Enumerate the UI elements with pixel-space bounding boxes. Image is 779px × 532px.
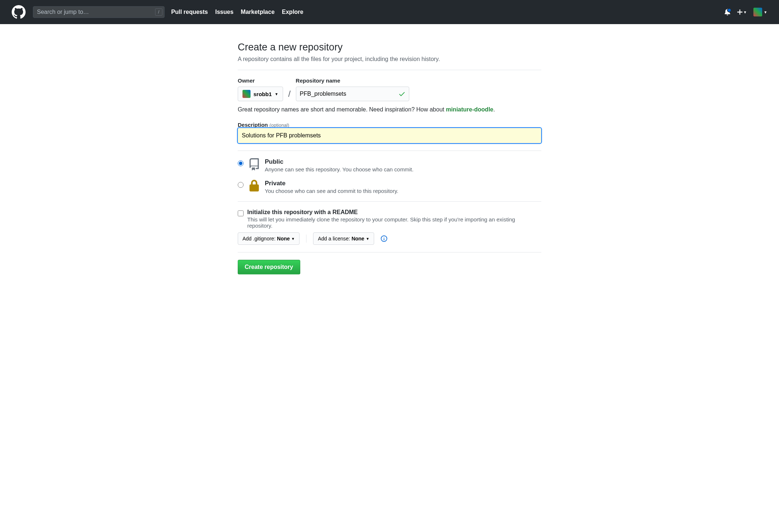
readme-row: Initialize this repository with a README…: [238, 209, 541, 229]
slash-separator: /: [287, 89, 292, 101]
lock-icon: [248, 180, 260, 192]
owner-value: srobb1: [253, 91, 272, 97]
public-desc: Anyone can see this repository. You choo…: [265, 166, 414, 172]
search-input[interactable]: [33, 6, 165, 18]
readme-title: Initialize this repository with a README: [247, 209, 541, 216]
page-subtitle: A repository contains all the files for …: [238, 56, 541, 62]
nav-pull-requests[interactable]: Pull requests: [171, 9, 208, 15]
owner-select[interactable]: srobb1 ▼: [238, 87, 283, 101]
github-logo-icon[interactable]: [12, 5, 26, 19]
notifications-button[interactable]: [724, 9, 731, 15]
header-right: ▼ ▼: [724, 8, 767, 16]
divider: [238, 252, 541, 252]
user-menu[interactable]: ▼: [753, 8, 767, 16]
check-icon: [398, 90, 406, 98]
visibility-private-radio[interactable]: [238, 182, 244, 188]
plus-icon: [737, 10, 742, 15]
caret-down-icon: ▼: [366, 237, 369, 241]
divider: [238, 151, 541, 151]
notification-dot: [727, 8, 731, 12]
suggested-name[interactable]: miniature-doodle: [446, 106, 493, 113]
visibility-private-row: Private You choose who can see and commi…: [238, 180, 541, 194]
main-content: Create a new repository A repository con…: [230, 24, 549, 292]
create-new-menu[interactable]: ▼: [737, 10, 747, 15]
owner-repo-row: Owner srobb1 ▼ / Repository name: [238, 77, 541, 101]
svg-point-2: [384, 237, 384, 238]
private-title: Private: [265, 180, 398, 187]
primary-nav: Pull requests Issues Marketplace Explore: [171, 9, 303, 15]
avatar: [753, 8, 762, 16]
caret-down-icon: ▼: [743, 10, 747, 14]
search-wrap: /: [33, 6, 165, 18]
owner-label: Owner: [238, 77, 283, 84]
separator: [306, 235, 306, 243]
readme-desc: This will let you immediately clone the …: [247, 216, 541, 229]
description-input[interactable]: [238, 128, 541, 143]
divider: [238, 201, 541, 202]
caret-down-icon: ▼: [764, 10, 767, 14]
extras-row: Add .gitignore: None ▼ Add a license: No…: [238, 232, 541, 245]
public-title: Public: [265, 158, 414, 166]
repo-icon: [248, 158, 260, 171]
reponame-hint: Great repository names are short and mem…: [238, 106, 541, 113]
info-icon[interactable]: [381, 235, 387, 242]
global-header: / Pull requests Issues Marketplace Explo…: [0, 0, 779, 24]
private-desc: You choose who can see and commit to thi…: [265, 188, 398, 194]
nav-explore[interactable]: Explore: [282, 9, 304, 15]
nav-issues[interactable]: Issues: [215, 9, 233, 15]
readme-checkbox[interactable]: [238, 210, 244, 216]
visibility-public-radio[interactable]: [238, 160, 244, 166]
divider: [238, 70, 541, 70]
search-hotkey-badge: /: [155, 8, 162, 16]
description-label: Description (optional): [238, 122, 289, 128]
owner-avatar: [242, 90, 251, 98]
create-repository-button[interactable]: Create repository: [238, 260, 300, 274]
page-title: Create a new repository: [238, 42, 541, 53]
reponame-label: Repository name: [296, 77, 409, 84]
gitignore-select[interactable]: Add .gitignore: None ▼: [238, 232, 300, 245]
visibility-public-row: Public Anyone can see this repository. Y…: [238, 158, 541, 172]
caret-down-icon: ▼: [291, 237, 295, 241]
reponame-input[interactable]: [296, 87, 409, 101]
license-select[interactable]: Add a license: None ▼: [313, 232, 374, 245]
nav-marketplace[interactable]: Marketplace: [241, 9, 275, 15]
caret-down-icon: ▼: [275, 92, 278, 96]
